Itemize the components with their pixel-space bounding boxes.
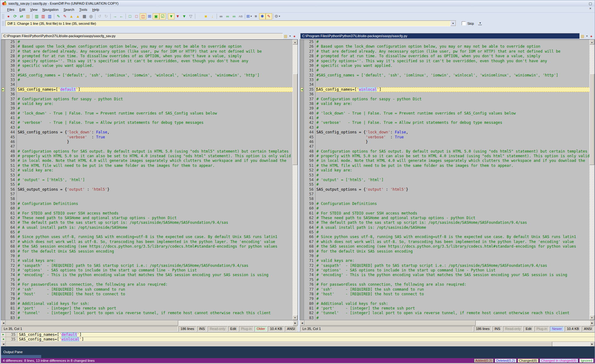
print-button[interactable]: ▦ — [81, 13, 88, 20]
badge-added-0-3-[interactable]: Added(0,3) — [474, 358, 494, 363]
line-text[interactable]: # valid key are: — [17, 168, 293, 173]
save-both-button[interactable]: ▥ — [46, 13, 53, 20]
diff-detail-row[interactable]: ◀35SAS_config_names=['winlocal'] — [1, 337, 595, 342]
line-text[interactable]: SAS_config_options = {'lock_down': False… — [315, 130, 589, 135]
line-text[interactable]: # 'encoding' - This is the python encodi… — [17, 273, 293, 277]
menu-item-edit[interactable]: Edit — [17, 7, 28, 12]
line-text[interactable]: # — [17, 125, 293, 130]
line-text[interactable]: # 'options' - SAS options to include in … — [17, 268, 293, 273]
vertical-scrollbar-left[interactable]: ▲▼ — [293, 40, 298, 320]
line-text[interactable]: # 'ssh' - [REQUIRED] the ssh command to … — [315, 287, 589, 292]
line-text[interactable]: # which does not work well as utf-8. So,… — [17, 240, 293, 244]
menu-item-help[interactable]: Help — [90, 7, 102, 12]
line-text[interactable]: SAS_output_options = {'output' : 'html5'… — [17, 187, 293, 192]
menu-item-files[interactable]: Files — [5, 7, 17, 12]
line-text[interactable]: # — [17, 116, 293, 120]
paste-icon[interactable]: ▤ — [283, 33, 289, 39]
line-text[interactable]: # for the default Unix SAS session encod… — [315, 249, 589, 254]
plugins-button[interactable]: ✱ — [259, 13, 266, 20]
line-text[interactable]: # — [17, 254, 293, 258]
compare-button[interactable]: ● — [5, 13, 12, 20]
scroll-right-icon[interactable]: ▶ — [293, 320, 298, 326]
line-text[interactable]: # valid key are: — [315, 102, 589, 106]
scroll-thumb[interactable] — [6, 320, 178, 326]
line-text[interactable]: # prompted for at run time. To dissallow… — [315, 54, 589, 58]
filter-all-button[interactable]: ▼ — [168, 13, 174, 20]
scroll-right-icon[interactable]: ▶ — [590, 320, 595, 326]
line-text[interactable]: # For STDIO and STDIO over SSH access me… — [17, 211, 293, 216]
find-next-button[interactable]: ∞ — [224, 13, 231, 20]
filter-added-button[interactable]: ▼ — [181, 13, 187, 20]
line-text[interactable]: # For passwordless ssh connection, the f… — [17, 282, 293, 287]
edit-second-button[interactable]: ✎ — [62, 13, 68, 20]
line-text[interactable]: # — [315, 297, 589, 301]
line-text[interactable]: # 'port' - [integer] the remote ssh port — [17, 306, 293, 311]
line-text[interactable]: # 'tunnel' - [integer] local port to ope… — [315, 311, 589, 315]
scroll-thumb[interactable] — [6, 342, 552, 347]
diff-message-dropdown-icon[interactable]: ▼ — [450, 21, 456, 26]
line-text[interactable]: # — [17, 206, 293, 211]
line-text[interactable]: # 'lock_down' - True | False. True = Pre… — [17, 111, 293, 116]
line-text[interactable]: # — [315, 40, 589, 44]
line-text[interactable]: SAS_config_names=['winlocal'] — [315, 87, 589, 92]
line-text[interactable]: # 'host' - [REQUIRED] the host to connec… — [17, 292, 293, 297]
line-text[interactable]: # 'verbose' - True | False. True = Allow… — [17, 120, 293, 125]
filter-none-button[interactable]: ▽ — [187, 13, 194, 20]
line-text[interactable] — [315, 192, 589, 197]
scroll-thumb[interactable] — [293, 74, 298, 165]
diffbar-grip[interactable] — [2, 21, 4, 26]
paste-icon[interactable]: ▤ — [580, 33, 585, 39]
line-text[interactable]: # specific value you want applied. — [17, 63, 293, 68]
line-text[interactable]: # valid keys are: — [17, 258, 293, 263]
horizontal-scrollbar-left[interactable]: ◀▶ — [1, 320, 298, 326]
line-text[interactable]: # Based upon the lock_down configuration… — [17, 44, 293, 49]
recompare-button[interactable]: ⟳ — [12, 13, 18, 20]
badge-deleted-0-2-[interactable]: Deleted(0,2) — [495, 358, 517, 363]
scroll-left-icon[interactable]: ◀ — [300, 320, 305, 326]
line-text[interactable]: # Configuration Definitions — [315, 202, 589, 206]
scroll-down-icon[interactable]: ▼ — [293, 315, 298, 320]
line-text[interactable]: SAS_config_options = {'lock_down': False… — [17, 130, 293, 135]
detail-horizontal-scrollbar[interactable]: ◀▶ — [1, 342, 595, 347]
scroll-right-icon[interactable]: ▶ — [590, 342, 595, 347]
line-text[interactable]: # 'options' - SAS options to include in … — [315, 268, 589, 273]
match-words-button[interactable]: AB — [237, 13, 244, 20]
line-text[interactable] — [315, 197, 589, 201]
line-text[interactable]: # specify options=''. This way it's spec… — [315, 59, 589, 63]
save-second-button[interactable]: ▥ — [40, 13, 46, 20]
line-text[interactable]: # properly with HTML 5.0 so it can also … — [17, 154, 293, 158]
line-text[interactable] — [17, 82, 293, 87]
line-text[interactable]: # Additional valid keys for ssh: — [17, 301, 293, 306]
line-text[interactable]: # the SAS session encoding (see https://… — [17, 244, 293, 249]
undo-button[interactable]: ↺ — [96, 13, 103, 20]
line-text[interactable]: # — [17, 297, 293, 301]
line-text[interactable]: # Configuration Definitions — [17, 202, 293, 206]
scroll-thumb[interactable] — [589, 74, 594, 165]
line-text[interactable]: # 'encoding' - This is the python encodi… — [315, 273, 589, 277]
line-text[interactable]: # 'tunnel' - [integer] local port to ope… — [17, 311, 293, 315]
line-text[interactable]: # A usual install path is: /opt/sasinsid… — [17, 225, 293, 230]
line-text[interactable]: # — [315, 278, 589, 282]
line-text[interactable]: # that are defined already. Any necessar… — [315, 49, 589, 54]
line-text[interactable]: # — [315, 68, 589, 73]
line-text[interactable] — [315, 82, 589, 87]
line-text[interactable]: # — [315, 254, 589, 258]
open-files-button[interactable]: ▤ — [25, 13, 31, 20]
line-text[interactable]: # — [17, 106, 293, 111]
filter-deleted-button[interactable]: ▼ — [174, 13, 181, 20]
line-text[interactable] — [17, 144, 293, 149]
next-diff-button[interactable]: ↓ — [209, 13, 216, 20]
line-text[interactable]: # Configuration options for saspy - pyth… — [17, 97, 293, 102]
line-text[interactable]: # Configuration options for saspy - pyth… — [315, 97, 589, 102]
line-text[interactable]: # for the default Unix SAS session encod… — [17, 249, 293, 254]
line-text[interactable]: # — [315, 182, 589, 187]
maximize-button[interactable]: ▢ — [587, 1, 593, 6]
line-text[interactable] — [315, 144, 589, 149]
scroll-thumb[interactable] — [305, 320, 476, 326]
header-dropdown-icon[interactable]: ▼ — [289, 33, 292, 39]
line-text[interactable]: # 'output' = ['html5', 'html'] — [315, 178, 589, 182]
diff-detail-row[interactable]: ▶35SAS_config_names=['default'] — [1, 332, 595, 337]
line-text[interactable]: # — [315, 206, 589, 211]
line-text[interactable]: # valid key are: — [315, 168, 589, 173]
show-identical-button[interactable]: □ — [127, 13, 133, 20]
